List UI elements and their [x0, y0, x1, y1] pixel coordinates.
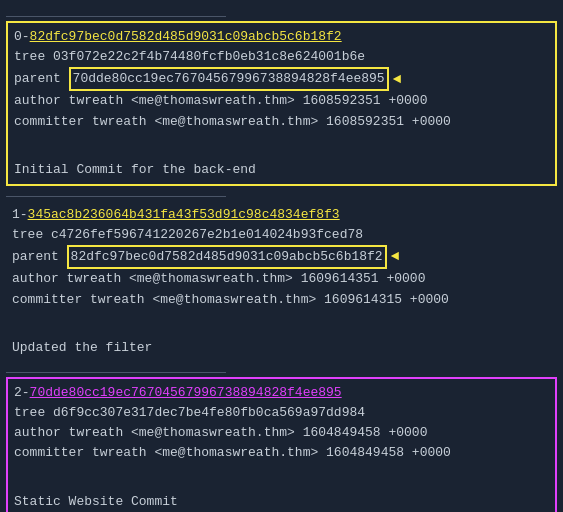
commit-hash-line-1: 1-345ac8b236064b431fa43f53d91c98c4834ef8…: [12, 205, 551, 225]
message-text-1: Updated the filter: [12, 338, 551, 358]
tree-line-2: tree d6f9cc307e317dec7be4fe80fb0ca569a97…: [14, 403, 549, 423]
commit-id-1: 345ac8b236064b431fa43f53d91c98c4834ef8f3: [28, 207, 340, 222]
committer-line-1: committer twreath <me@thomaswreath.thm> …: [12, 290, 551, 310]
commit-block-0: 0-82dfc97bec0d7582d485d9031c09abcb5c6b18…: [6, 21, 557, 186]
commit-block-1: 1-345ac8b236064b431fa43f53d91c98c4834ef8…: [6, 201, 557, 362]
message-2: [14, 468, 549, 488]
committer-line-2: committer twreath <me@thomaswreath.thm> …: [14, 443, 549, 463]
commit-hash-line-2: 2-70dde80cc19ec76704567996738894828f4ee8…: [14, 383, 549, 403]
committer-line-0: committer twreath <me@thomaswreath.thm> …: [14, 112, 549, 132]
author-line-0: author twreath <me@thomaswreath.thm> 160…: [14, 91, 549, 111]
commit-number-0: 0-: [14, 29, 30, 44]
separator-0: [6, 16, 226, 17]
author-line-1: author twreath <me@thomaswreath.thm> 160…: [12, 269, 551, 289]
commit-block-2: 2-70dde80cc19ec76704567996738894828f4ee8…: [6, 377, 557, 512]
parent-label-0: parent: [14, 69, 69, 89]
commit-number-1: 1-: [12, 207, 28, 222]
commit-id-0: 82dfc97bec0d7582d485d9031c09abcb5c6b18f2: [30, 29, 342, 44]
commit-id-2: 70dde80cc19ec76704567996738894828f4ee895: [30, 385, 342, 400]
message-text-0: Initial Commit for the back-end: [14, 160, 549, 180]
commit-hash-line-0: 0-82dfc97bec0d7582d485d9031c09abcb5c6b18…: [14, 27, 549, 47]
parent-line-1: parent 82dfc97bec0d7582d485d9031c09abcb5…: [12, 245, 551, 269]
parent-label-1: parent: [12, 247, 67, 267]
message-0: [14, 136, 549, 156]
separator-2: [6, 372, 226, 373]
parent-line-0: parent 70dde80cc19ec76704567996738894828…: [14, 67, 549, 91]
separator-1: [6, 196, 226, 197]
parent-hash-1: 82dfc97bec0d7582d485d9031c09abcb5c6b18f2: [67, 245, 387, 269]
arrow-0: ◄: [393, 69, 401, 91]
author-line-2: author twreath <me@thomaswreath.thm> 160…: [14, 423, 549, 443]
parent-hash-0: 70dde80cc19ec76704567996738894828f4ee895: [69, 67, 389, 91]
commit-number-2: 2-: [14, 385, 30, 400]
arrow-1: ◄: [391, 246, 399, 268]
message-1: [12, 314, 551, 334]
tree-line-0: tree 03f072e22c2f4b74480fcfb0eb31c8e6240…: [14, 47, 549, 67]
tree-line-1: tree c4726fef596741220267e2b1e014024b93f…: [12, 225, 551, 245]
terminal: 0-82dfc97bec0d7582d485d9031c09abcb5c6b18…: [0, 0, 563, 512]
message-text-2: Static Website Commit: [14, 492, 549, 512]
